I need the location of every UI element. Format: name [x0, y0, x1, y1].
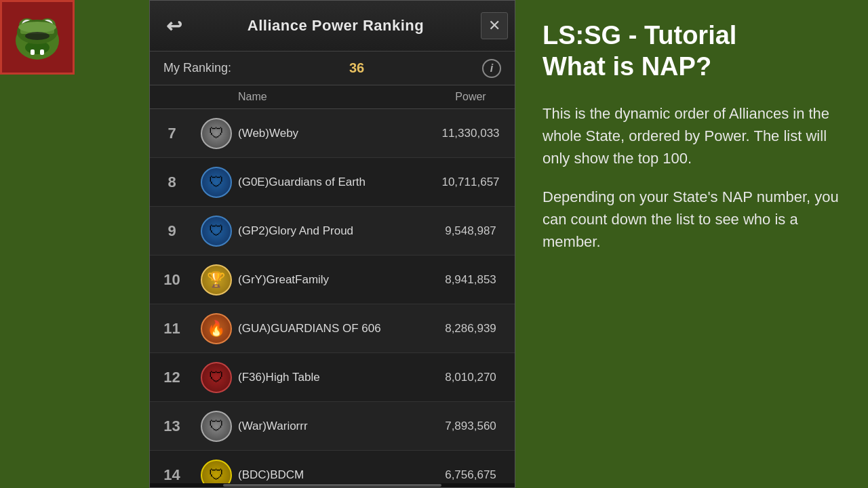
tutorial-title: LS:SG - TutorialWhat is NAP?: [542, 20, 841, 82]
rank-number: 9: [150, 222, 194, 240]
scrollbar[interactable]: [150, 483, 515, 487]
alliance-icon: 🔥: [194, 313, 238, 344]
alliance-icon: 🛡: [194, 411, 238, 442]
my-ranking-value: 36: [349, 60, 364, 76]
info-button[interactable]: i: [482, 59, 501, 78]
alliance-name: (GrY)GreatFamily: [238, 273, 427, 287]
col-name-header: Name: [238, 91, 427, 103]
alliance-power: 9,548,987: [427, 224, 515, 238]
table-row[interactable]: 8 🛡 (G0E)Guardians of Earth 10,711,657: [150, 158, 515, 207]
alliance-power: 8,941,853: [427, 273, 515, 287]
close-button[interactable]: ✕: [481, 12, 508, 39]
alliance-badge: 🛡: [201, 362, 232, 393]
alliance-icon: 🛡: [194, 118, 238, 149]
alliance-power: 8,010,270: [427, 371, 515, 384]
tutorial-paragraph-1: This is the dynamic order of Alliances i…: [542, 102, 841, 169]
alliance-name: (GUA)GUARDIANS OF 606: [238, 322, 427, 336]
rank-number: 8: [150, 174, 194, 191]
rank-number: 14: [150, 466, 194, 484]
panel-title: Alliance Power Ranking: [191, 17, 481, 35]
svg-rect-12: [31, 49, 35, 55]
alliance-badge: 🛡: [201, 460, 232, 484]
my-ranking-label: My Ranking:: [163, 61, 231, 75]
alliance-name: (G0E)Guardians of Earth: [238, 176, 427, 189]
table-row[interactable]: 9 🛡 (GP2)Glory And Proud 9,548,987: [150, 207, 515, 256]
alliance-icon: 🛡: [194, 216, 238, 247]
table-row[interactable]: 7 🛡 (Web)Weby 11,330,033: [150, 109, 515, 158]
tutorial-area: LS:SG - TutorialWhat is NAP? This is the…: [515, 0, 868, 488]
back-button[interactable]: ↩: [157, 9, 191, 43]
alliance-icon: 🛡: [194, 460, 238, 484]
alliance-name: (Web)Weby: [238, 127, 427, 140]
alliance-name: (GP2)Glory And Proud: [238, 224, 427, 238]
alliance-badge: 🛡: [201, 411, 232, 442]
tutorial-body: This is the dynamic order of Alliances i…: [542, 102, 841, 269]
alliance-name: (F36)High Table: [238, 371, 427, 384]
table-row[interactable]: 13 🛡 (War)Wariorrr 7,893,560: [150, 402, 515, 451]
col-power-header: Power: [427, 91, 515, 103]
table-row[interactable]: 14 🛡 (BDC)BDCM 6,756,675: [150, 451, 515, 483]
alliance-badge: 🏆: [201, 264, 232, 296]
game-panel: ↩ Alliance Power Ranking ✕ My Ranking: 3…: [149, 0, 515, 488]
table-row[interactable]: 11 🔥 (GUA)GUARDIANS OF 606 8,286,939: [150, 304, 515, 353]
panel-header: ↩ Alliance Power Ranking ✕: [150, 1, 515, 52]
alliance-power: 11,330,033: [427, 127, 515, 140]
alliance-name: (BDC)BDCM: [238, 468, 427, 482]
rank-number: 11: [150, 320, 194, 338]
svg-point-10: [18, 22, 56, 33]
rank-number: 13: [150, 418, 194, 435]
svg-rect-13: [40, 49, 44, 55]
alliance-power: 8,286,939: [427, 322, 515, 336]
svg-point-11: [25, 32, 50, 40]
alliance-icon: 🏆: [194, 264, 238, 296]
alliance-power: 7,893,560: [427, 420, 515, 433]
alliance-icon: 🛡: [194, 362, 238, 393]
alliance-power: 10,711,657: [427, 176, 515, 189]
table-row[interactable]: 12 🛡 (F36)High Table 8,010,270: [150, 353, 515, 402]
column-headers: Name Power: [150, 85, 515, 109]
scrollbar-thumb: [223, 484, 442, 487]
my-ranking-bar: My Ranking: 36 i: [150, 52, 515, 85]
avatar[interactable]: [0, 0, 75, 75]
alliance-icon: 🛡: [194, 167, 238, 198]
rank-number: 12: [150, 369, 194, 386]
rank-number: 10: [150, 271, 194, 289]
alliance-badge: 🛡: [201, 118, 232, 149]
alliance-name: (War)Wariorrr: [238, 420, 427, 433]
alliance-badge: 🛡: [201, 216, 232, 247]
alliance-badge: 🔥: [201, 313, 232, 344]
alliance-badge: 🛡: [201, 167, 232, 198]
tutorial-paragraph-2: Depending on your State's NAP number, yo…: [542, 186, 841, 253]
rank-number: 7: [150, 125, 194, 142]
alliance-power: 6,756,675: [427, 468, 515, 482]
table-row[interactable]: 10 🏆 (GrY)GreatFamily 8,941,853: [150, 256, 515, 304]
ranking-list: 7 🛡 (Web)Weby 11,330,033 8 🛡 (G0E)Guardi…: [150, 109, 515, 483]
